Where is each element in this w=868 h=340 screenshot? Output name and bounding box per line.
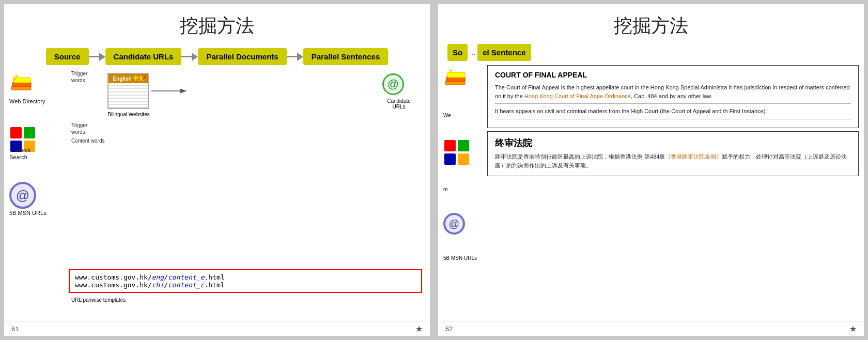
url2-file: content_c (168, 281, 204, 289)
chinese-court-title: 终审法院 (495, 137, 851, 149)
slide1-center: Trigger words Trigger words Content word… (66, 70, 425, 321)
slide2-page-number: 62 (445, 325, 453, 333)
pipeline-arrow-2 (181, 52, 198, 62)
svg-rect-6 (10, 127, 22, 138)
trigger-words-2: Trigger words (71, 122, 87, 135)
court-divider-2 (495, 119, 851, 119)
url1-mid: eng (152, 273, 164, 281)
svg-rect-15 (447, 72, 465, 78)
candidate-at-icon: @ (382, 73, 404, 95)
slide2-msn-label: m (443, 187, 482, 192)
close-x: ✕ (142, 74, 147, 81)
bilingual-english-label: English (113, 76, 131, 82)
slide2-pipeline-so: So (447, 44, 468, 61)
slide1-title: 挖掘方法 (4, 4, 430, 44)
url1-file: content_e (168, 273, 204, 281)
url2-slash: / (164, 281, 168, 289)
slide2-body: We m @ 5B MSN URLs COURT OF FINAL APPEAL… (438, 65, 864, 321)
svg-rect-7 (24, 127, 35, 138)
court-divider-1 (495, 103, 851, 104)
svg-marker-16 (448, 69, 453, 72)
slide2-at-icon: @ (443, 213, 465, 235)
bilingual-website-box: English 中文 ✕ (107, 73, 149, 109)
parallel-hyperlinks-arrow: Parallel hyperlinks (832, 65, 859, 122)
slide2-pipeline-dots: … (470, 50, 475, 56)
final-court-chinese-box: 终审法院 终审法院是香港特别行政区最高的上诉法院，根据香港法例 第484章《香港… (487, 131, 859, 176)
at-icon: @ (9, 182, 36, 209)
slide2-pipeline-sentence: el Sentence (477, 44, 531, 61)
slide1-left-icons: Web Directory Search Search @ 5B MSN URL… (9, 70, 66, 321)
slide2-web-label: We (443, 113, 482, 118)
slide1-footer: 61 ★ (4, 321, 430, 336)
chinese-orange-link: 《香港终审法院条例》 (665, 153, 722, 160)
msn-search-label: Search (9, 154, 27, 160)
url1-slash: / (164, 273, 168, 281)
msn-item: Search Search (9, 126, 66, 160)
url2-mid: chi (152, 281, 164, 289)
pipeline-box-parallel-sent: Parallel Sentences (303, 48, 389, 65)
bilingual-website-label: Bilingual Websites (105, 112, 152, 117)
slide2-msn-icon (443, 139, 470, 166)
at-item: @ 5B MSN URLs (9, 182, 66, 216)
pipeline-box-candidate: Candidate URLs (105, 48, 182, 65)
court-of-final-appeal-box: COURT OF FINAL APPEAL The Court of Final… (487, 65, 859, 128)
pipeline-arrow-3 (287, 52, 303, 62)
court-orange-link: Hong Kong Court of Final Appe Ordinance (524, 93, 631, 99)
bilingual-content (109, 83, 148, 108)
svg-text:Search: Search (15, 148, 30, 153)
url1-before: www.customs.gov.hk/ (75, 273, 152, 281)
url-template-label: URL pairwise templates (71, 297, 126, 303)
pipeline-arrow-1 (89, 52, 105, 62)
book-icon (9, 70, 36, 97)
slide2-at-label: 5B MSN URLs (443, 255, 482, 261)
url1-ext: .html (204, 273, 224, 281)
candidate-urls-label: Candidate URLs (381, 98, 417, 110)
url-line-2: www.customs.gov.hk/chi/content_c.html (75, 281, 416, 289)
svg-rect-18 (458, 140, 469, 151)
svg-rect-20 (458, 153, 469, 165)
slide2-pipeline: So … el Sentence (438, 44, 864, 65)
url-templates-box: www.customs.gov.hk/eng/content_e.html ww… (69, 269, 422, 293)
slide-2: 挖掘方法 So … el Sentence We m (438, 4, 864, 336)
at-label: 5B MSN URLs (9, 210, 47, 216)
url-line-1: www.customs.gov.hk/eng/content_e.html (75, 273, 416, 281)
slide1-body: Web Directory Search Search @ 5B MSN URL… (4, 70, 430, 321)
svg-rect-17 (444, 140, 456, 151)
pipeline-box-parallel-docs: Parallel Documents (198, 48, 286, 65)
slide1-page-number: 61 (11, 325, 19, 333)
content-words: Content words (71, 137, 104, 144)
trigger-words-1: Trigger words (71, 70, 87, 84)
slide2-footer: 62 ★ (438, 321, 864, 336)
court-paragraph-2: It hears appeals on civil and criminal m… (495, 107, 851, 116)
slide1-pipeline: Source Candidate URLs Parallel Documents… (4, 48, 430, 65)
web-directory-item: Web Directory (9, 70, 66, 104)
slide2-star: ★ (849, 324, 857, 334)
url2-before: www.customs.gov.hk/ (75, 281, 152, 289)
chinese-court-text: 终审法院是香港特别行政区最高的上诉法院，根据香港法例 第484章《香港终审法院条… (495, 152, 851, 171)
slide2-book-icon (443, 65, 470, 92)
slide2-left-icons: We m @ 5B MSN URLs (443, 65, 482, 321)
slide1-star: ★ (415, 324, 423, 334)
msn-icon: Search (9, 126, 36, 153)
slide2-title: 挖掘方法 (438, 4, 864, 44)
court-paragraph-1: The Court of Final Appeal is the highest… (495, 83, 851, 100)
slide-1: 挖掘方法 Source Candidate URLs Parallel Docu… (4, 4, 430, 336)
slide2-right-content: COURT OF FINAL APPEAL The Court of Final… (487, 65, 859, 321)
arrow-to-candidate (151, 81, 193, 101)
url2-ext: .html (204, 281, 224, 289)
court-title: COURT OF FINAL APPEAL (495, 71, 851, 79)
web-directory-label: Web Directory (9, 98, 45, 104)
svg-rect-19 (444, 153, 456, 165)
pipeline-box-source: Source (46, 48, 89, 65)
